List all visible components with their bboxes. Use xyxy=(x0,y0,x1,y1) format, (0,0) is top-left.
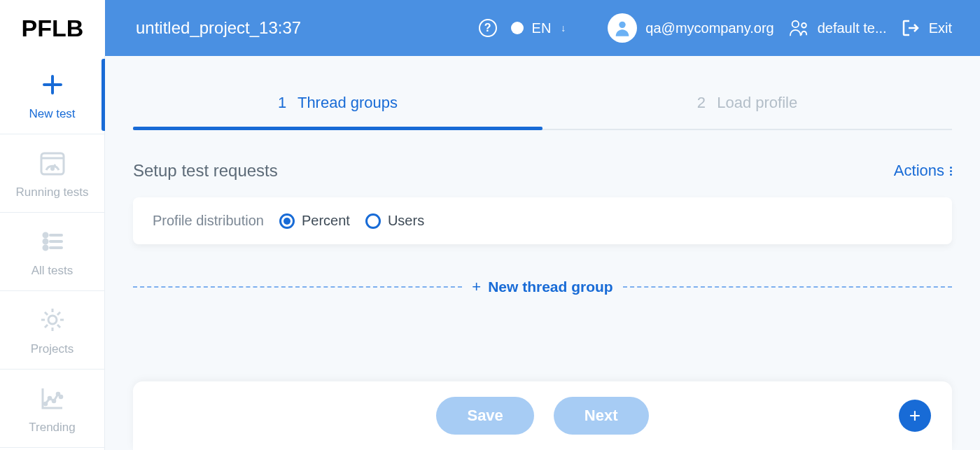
tab-load-profile[interactable]: 2 Load profile xyxy=(542,84,952,129)
chart-icon xyxy=(37,383,68,414)
team-block[interactable]: default te... xyxy=(788,17,887,38)
radio-label: Users xyxy=(388,213,424,229)
svg-point-0 xyxy=(620,22,626,28)
new-thread-group-row: + New thread group xyxy=(133,278,952,296)
user-icon xyxy=(612,18,632,38)
step-label: Thread groups xyxy=(298,94,398,111)
exit-icon xyxy=(901,18,920,38)
divider-left xyxy=(133,286,462,288)
radio-label: Percent xyxy=(302,213,350,229)
svg-point-12 xyxy=(57,393,59,395)
next-button[interactable]: Next xyxy=(554,397,649,435)
brand-logo[interactable]: PFLB xyxy=(0,0,105,56)
sidebar: New test Running tests All test xyxy=(0,56,105,450)
exit-button[interactable]: Exit xyxy=(901,18,952,38)
divider-right xyxy=(623,286,952,288)
help-icon[interactable]: ? xyxy=(479,19,497,37)
plus-icon: + xyxy=(909,405,920,427)
team-icon xyxy=(788,17,809,38)
more-vertical-icon xyxy=(950,167,952,176)
sidebar-item-new-test[interactable]: New test xyxy=(0,56,104,134)
svg-point-4 xyxy=(51,167,53,169)
sidebar-item-projects[interactable]: Projects xyxy=(0,291,104,370)
gear-icon xyxy=(37,304,68,335)
step-label: Load profile xyxy=(717,94,797,111)
svg-point-7 xyxy=(43,246,47,249)
plus-icon: + xyxy=(472,278,481,296)
section-title: Setup test requests xyxy=(133,161,278,181)
list-icon xyxy=(37,226,68,257)
language-code: EN xyxy=(532,20,552,36)
sidebar-item-label: Trending xyxy=(29,421,75,435)
project-title[interactable]: untitled_project_13:37 xyxy=(136,18,301,38)
exit-label: Exit xyxy=(929,20,952,36)
brand-text: PFLB xyxy=(22,15,84,42)
step-tabs: 1 Thread groups 2 Load profile xyxy=(133,84,952,130)
sidebar-item-trending[interactable]: Trending xyxy=(0,370,104,448)
new-thread-group-button[interactable]: + New thread group xyxy=(472,278,612,296)
svg-point-9 xyxy=(44,402,47,405)
sidebar-item-label: Running tests xyxy=(16,185,89,199)
svg-point-5 xyxy=(43,233,47,237)
gauge-icon xyxy=(37,148,68,178)
footer-bar: Save Next + xyxy=(133,381,952,450)
radio-icon xyxy=(279,213,295,229)
avatar xyxy=(608,13,637,43)
header-bar: untitled_project_13:37 ? EN ↓ qa@mycompa… xyxy=(105,0,980,56)
user-block[interactable]: qa@mycompany.org xyxy=(608,13,774,43)
sidebar-item-all-tests[interactable]: All tests xyxy=(0,213,104,291)
svg-point-13 xyxy=(59,395,62,398)
section-header: Setup test requests Actions xyxy=(133,161,952,181)
language-switcher[interactable]: EN ↓ xyxy=(511,20,566,36)
app-header: PFLB untitled_project_13:37 ? EN ↓ qa@my… xyxy=(0,0,980,56)
svg-point-1 xyxy=(792,21,798,27)
svg-point-6 xyxy=(43,239,47,243)
distribution-label: Profile distribution xyxy=(153,213,264,229)
actions-menu[interactable]: Actions xyxy=(894,162,952,180)
tab-thread-groups[interactable]: 1 Thread groups xyxy=(133,84,542,129)
sidebar-item-label: New test xyxy=(29,107,75,121)
new-group-label: New thread group xyxy=(488,279,613,295)
sidebar-item-label: Projects xyxy=(31,342,74,356)
sidebar-item-running-tests[interactable]: Running tests xyxy=(0,134,104,213)
profile-distribution-card: Profile distribution Percent Users xyxy=(133,197,952,244)
help-symbol: ? xyxy=(484,22,491,34)
user-email: qa@mycompany.org xyxy=(645,20,774,36)
svg-point-8 xyxy=(48,316,57,324)
fab-add-button[interactable]: + xyxy=(899,400,931,432)
svg-rect-3 xyxy=(41,153,64,174)
sidebar-item-label: All tests xyxy=(31,264,74,278)
save-button[interactable]: Save xyxy=(436,397,533,435)
svg-point-10 xyxy=(48,397,51,400)
svg-point-2 xyxy=(802,23,806,28)
chevron-down-icon: ↓ xyxy=(561,22,566,34)
actions-label: Actions xyxy=(894,162,944,180)
radio-icon xyxy=(365,213,381,229)
team-name: default te... xyxy=(818,20,887,36)
plus-icon xyxy=(37,69,68,100)
step-number: 2 xyxy=(697,94,706,111)
radio-users[interactable]: Users xyxy=(365,213,424,229)
radio-percent[interactable]: Percent xyxy=(279,213,350,229)
flag-icon xyxy=(511,22,524,34)
svg-point-11 xyxy=(52,400,55,402)
step-number: 1 xyxy=(278,94,286,111)
